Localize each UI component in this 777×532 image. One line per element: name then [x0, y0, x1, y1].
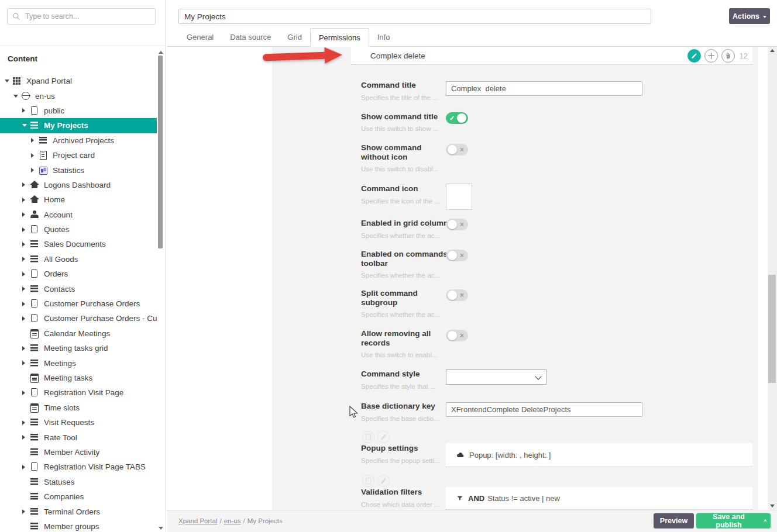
caret-right-icon[interactable] — [22, 391, 30, 395]
tree-item-terminal-orders[interactable]: Terminal Orders — [0, 504, 157, 519]
caret-right-icon[interactable] — [22, 272, 30, 277]
tree-item-sales-documents[interactable]: Sales Documents — [0, 237, 157, 251]
tree-item-contacts[interactable]: Contacts — [0, 281, 157, 296]
tree-item-member-groups[interactable]: Member groups — [0, 519, 157, 532]
content-scroll-down-icon[interactable] — [770, 505, 775, 507]
save-and-publish-button[interactable]: Save and publish — [696, 513, 771, 528]
list-icon — [30, 522, 39, 531]
command-style-select[interactable] — [446, 369, 546, 385]
caret-right-icon[interactable] — [22, 198, 30, 202]
base-dictionary-key-input[interactable] — [446, 402, 642, 417]
tree-item-meeting-tasks-grid[interactable]: Meeting tasks grid — [0, 341, 157, 355]
tree-item-label: Customer Purchase Orders - Custome — [44, 314, 157, 323]
show-command-without-icon-toggle[interactable]: × — [446, 144, 468, 156]
sidebar-scroll-up-icon[interactable] — [159, 51, 163, 54]
copy-settings-icon[interactable] — [362, 431, 374, 443]
page-title-input[interactable] — [178, 9, 651, 24]
allow-removing-all-records-toggle[interactable]: × — [446, 330, 468, 341]
tree-item-member-activity[interactable]: Member Activity — [0, 445, 157, 460]
tab-info[interactable]: Info — [369, 28, 398, 46]
tab-general[interactable]: General — [178, 28, 222, 46]
validation-filters-panel[interactable]: AND Status != active | new — [446, 487, 752, 510]
tree-item-xpand-portal[interactable]: Xpand Portal — [0, 74, 157, 88]
edit-filters-icon[interactable] — [377, 475, 390, 487]
caret-right-icon[interactable] — [22, 420, 30, 425]
tree-item-rate-tool[interactable]: Rate Tool — [0, 430, 157, 444]
caret-right-icon[interactable] — [22, 361, 30, 365]
tree-item-logons-dashboard[interactable]: Logons Dashboard — [0, 178, 157, 192]
sidebar-scrollbar-thumb[interactable] — [158, 56, 163, 248]
chevron-up-icon[interactable] — [764, 519, 767, 521]
caret-right-icon[interactable] — [22, 212, 30, 217]
caret-right-icon[interactable] — [22, 509, 30, 514]
caret-right-icon[interactable] — [22, 286, 30, 291]
tree-item-public[interactable]: public — [0, 103, 157, 118]
tab-data-source[interactable]: Data source — [222, 28, 279, 46]
enabled-on-commands-toolbar-toggle[interactable]: × — [446, 250, 468, 261]
split-command-subgroup-toggle[interactable]: × — [446, 289, 468, 301]
tree-item-companies[interactable]: Companies — [0, 489, 157, 504]
command-title-input[interactable] — [446, 81, 642, 96]
caret-down-icon[interactable] — [13, 95, 21, 98]
caret-right-icon[interactable] — [22, 465, 30, 469]
breadcrumb-item-en-us[interactable]: en-us — [224, 517, 241, 524]
tree-item-customer-purchase-orders[interactable]: Customer Purchase Orders — [0, 296, 157, 311]
preview-button[interactable]: Preview — [654, 513, 694, 528]
tree-item-my-projects[interactable]: My Projects — [0, 118, 157, 133]
caret-right-icon[interactable] — [31, 138, 39, 143]
enabled-in-grid-column-toggle[interactable]: × — [446, 219, 468, 230]
sidebar-scrollbar[interactable] — [157, 49, 164, 532]
caret-right-icon[interactable] — [31, 153, 39, 158]
actions-button[interactable]: Actions — [729, 8, 770, 24]
tree-item-statistics[interactable]: Statistics — [0, 163, 157, 177]
delete-icon[interactable] — [721, 49, 735, 63]
sidebar-search-box[interactable] — [7, 8, 156, 25]
tree-item-account[interactable]: Account — [0, 208, 157, 222]
sidebar-scroll-down-icon[interactable] — [159, 527, 163, 530]
search-icon — [12, 12, 20, 20]
show-command-title-toggle[interactable]: ✓ — [446, 112, 468, 124]
caret-right-icon[interactable] — [22, 302, 30, 306]
content-scrollbar-thumb[interactable] — [768, 275, 776, 383]
tree-item-customer-purchase-orders-custome[interactable]: Customer Purchase Orders - Custome — [0, 311, 157, 326]
tree-item-time-slots[interactable]: Time slots — [0, 400, 157, 415]
caret-down-icon[interactable] — [22, 124, 30, 127]
tab-permissions[interactable]: Permissions — [310, 28, 369, 47]
tree-item-registration-visit-page-tabs[interactable]: Registration Visit Page TABS — [0, 460, 157, 474]
group-count-badge: 12 — [740, 51, 748, 60]
caret-right-icon[interactable] — [22, 435, 30, 440]
edit-icon[interactable] — [687, 49, 701, 63]
caret-right-icon[interactable] — [22, 346, 30, 351]
tree-item-meetings[interactable]: Meetings — [0, 355, 157, 370]
tree-item-visit-requests[interactable]: Visit Requests — [0, 415, 157, 430]
caret-right-icon[interactable] — [22, 108, 30, 113]
tree-item-project-card[interactable]: Project card — [0, 148, 157, 163]
tab-grid[interactable]: Grid — [279, 28, 310, 46]
tree-item-home[interactable]: Home — [0, 192, 157, 207]
content-scroll-up-icon[interactable] — [770, 49, 775, 52]
tree-item-statuses[interactable]: Statuses — [0, 475, 157, 489]
breadcrumb-item-xpand-portal[interactable]: Xpand Portal — [178, 517, 218, 524]
copy-filters-icon[interactable] — [362, 475, 374, 487]
caret-right-icon[interactable] — [22, 257, 30, 261]
caret-right-icon[interactable] — [22, 182, 30, 187]
tree-item-registration-visit-page[interactable]: Registration Visit Page — [0, 385, 157, 400]
caret-down-icon[interactable] — [5, 80, 12, 82]
tree-item-all-goods[interactable]: All Goods — [0, 252, 157, 267]
content-scrollbar[interactable] — [768, 47, 777, 510]
tree-item-calendar-meetings[interactable]: Calendar Meetings — [0, 326, 157, 341]
tree-item-en-us[interactable]: en-us — [0, 88, 157, 103]
tree-item-archived-projects[interactable]: Archived Projects — [0, 133, 157, 148]
popup-settings-panel[interactable]: Popup: [width: , height: ] — [446, 443, 752, 467]
search-input[interactable] — [24, 12, 150, 21]
caret-right-icon[interactable] — [22, 227, 30, 232]
caret-right-icon[interactable] — [22, 316, 30, 321]
tree-item-meeting-tasks[interactable]: Meeting tasks — [0, 371, 157, 385]
tree-item-quotes[interactable]: Quotes — [0, 222, 157, 237]
caret-right-icon[interactable] — [31, 168, 39, 172]
caret-right-icon[interactable] — [22, 242, 30, 247]
command-icon-picker[interactable] — [446, 184, 472, 210]
tree-item-orders[interactable]: Orders — [0, 267, 157, 281]
edit-settings-icon[interactable] — [377, 431, 390, 443]
add-icon[interactable] — [704, 49, 718, 63]
